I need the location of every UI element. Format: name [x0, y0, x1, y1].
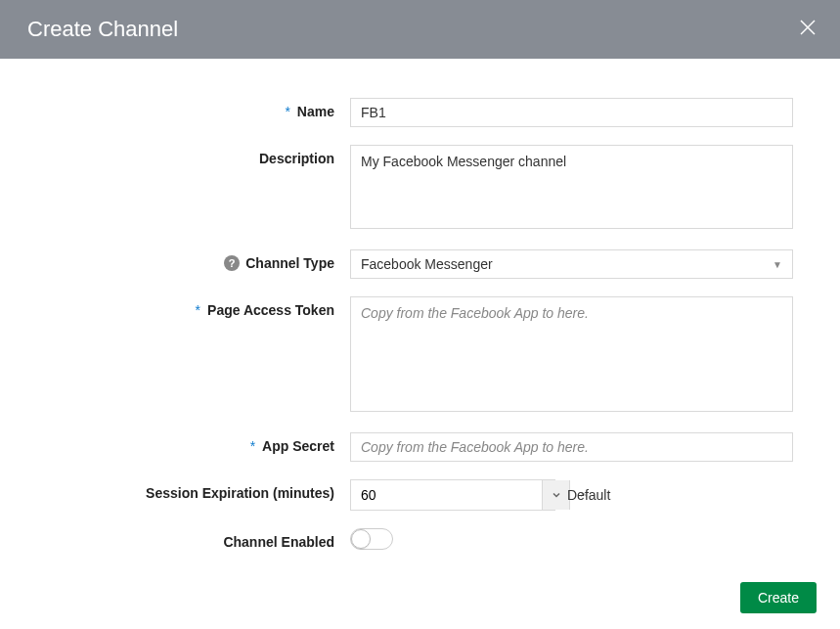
chevron-down-icon: ▼ — [773, 259, 782, 270]
label-app-secret: * App Secret — [47, 432, 350, 454]
dialog-footer: Create — [740, 582, 817, 613]
form-area: * Name Description ? Channel Type Facebo… — [0, 59, 840, 587]
app-secret-input[interactable] — [350, 432, 793, 462]
label-text: Channel Enabled — [223, 534, 334, 550]
label-text: Page Access Token — [207, 302, 334, 318]
channel-type-select[interactable]: Facebook Messenger ▼ — [350, 249, 793, 279]
required-marker: * — [285, 104, 289, 119]
row-session-expiration: Session Expiration (minutes) Default — [47, 479, 793, 511]
spinner-down-button[interactable] — [542, 480, 569, 510]
required-marker: * — [196, 302, 200, 318]
label-name: * Name — [47, 98, 350, 119]
session-expiration-input[interactable] — [351, 480, 542, 510]
label-text: Channel Type — [245, 255, 334, 271]
session-expiration-suffix: Default — [567, 487, 610, 503]
row-channel-type: ? Channel Type Facebook Messenger ▼ — [47, 249, 793, 279]
row-app-secret: * App Secret — [47, 432, 793, 462]
label-session-expiration: Session Expiration (minutes) — [47, 479, 350, 501]
label-text: Session Expiration (minutes) — [146, 485, 334, 501]
required-marker: * — [250, 438, 255, 454]
row-channel-enabled: Channel Enabled — [47, 528, 793, 550]
label-text: Name — [297, 104, 334, 119]
name-input[interactable] — [350, 98, 793, 127]
label-channel-type: ? Channel Type — [47, 249, 350, 271]
label-channel-enabled: Channel Enabled — [47, 528, 350, 550]
page-access-token-input[interactable] — [350, 296, 793, 412]
help-icon[interactable]: ? — [224, 255, 240, 271]
toggle-knob — [351, 529, 371, 549]
row-description: Description — [47, 145, 793, 232]
channel-enabled-toggle[interactable] — [350, 528, 393, 550]
label-text: Description — [259, 151, 334, 166]
dialog-header: Create Channel — [0, 0, 840, 59]
close-button[interactable] — [795, 13, 820, 46]
session-expiration-spinner — [350, 479, 555, 511]
row-page-access-token: * Page Access Token — [47, 296, 793, 415]
label-text: App Secret — [262, 438, 334, 454]
description-input[interactable] — [350, 145, 793, 229]
label-page-access-token: * Page Access Token — [47, 296, 350, 318]
select-value: Facebook Messenger — [361, 256, 493, 272]
label-description: Description — [47, 145, 350, 166]
create-button[interactable]: Create — [740, 582, 817, 613]
close-icon — [799, 19, 817, 36]
dialog-title: Create Channel — [27, 17, 178, 42]
row-name: * Name — [47, 98, 793, 127]
chevron-down-icon — [552, 490, 561, 500]
